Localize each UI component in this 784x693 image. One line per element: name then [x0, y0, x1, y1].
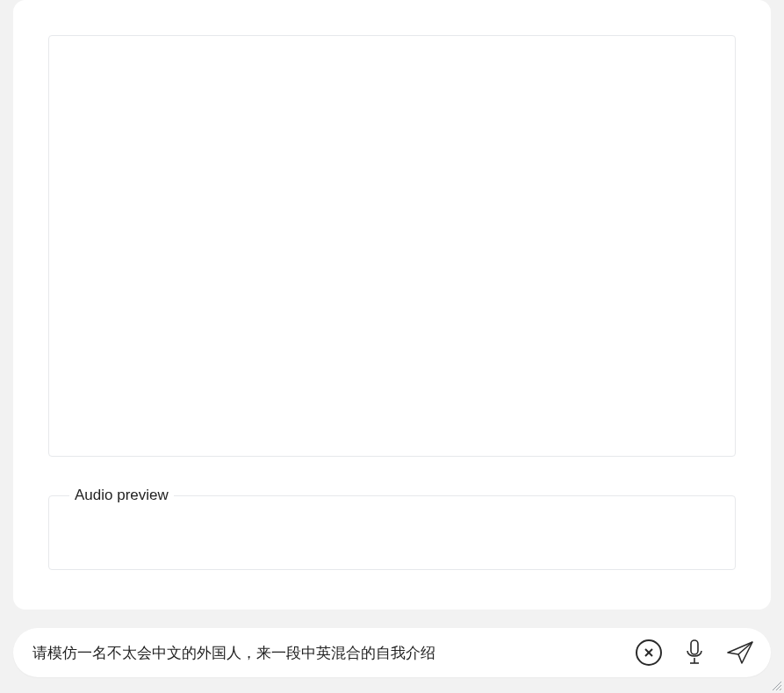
audio-preview-panel: Audio preview: [48, 487, 736, 570]
main-panel: Audio preview: [13, 0, 771, 610]
audio-preview-label: Audio preview: [69, 487, 174, 504]
microphone-icon: [683, 639, 706, 667]
close-button[interactable]: [634, 638, 664, 668]
microphone-button[interactable]: [680, 638, 709, 668]
resize-handle[interactable]: [770, 679, 782, 691]
input-bar: [13, 628, 771, 677]
svg-line-8: [780, 689, 781, 690]
svg-line-5: [738, 642, 752, 654]
paper-plane-icon: [726, 640, 754, 665]
close-icon: [636, 639, 662, 666]
input-actions: [634, 638, 755, 668]
svg-rect-2: [691, 640, 698, 654]
message-input[interactable]: [32, 644, 634, 661]
send-button[interactable]: [725, 638, 755, 668]
text-output-area[interactable]: [48, 35, 736, 457]
